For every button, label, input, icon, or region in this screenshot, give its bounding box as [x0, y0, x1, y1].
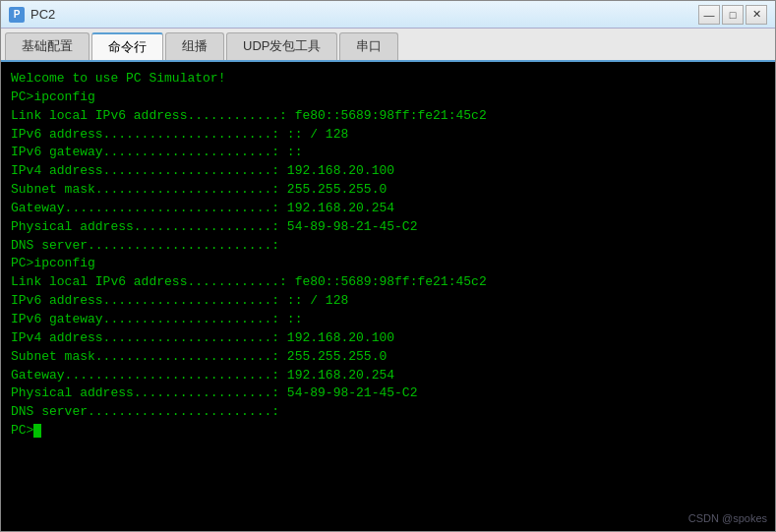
terminal-line: Subnet mask.......................: 255.… — [11, 348, 765, 367]
terminal-area[interactable]: Welcome to use PC Simulator!PC>ipconfigL… — [1, 62, 775, 531]
watermark: CSDN @spokes — [688, 511, 767, 527]
terminal-line: IPv6 gateway......................: :: — [11, 144, 765, 162]
tab-basic-config[interactable]: 基础配置 — [5, 32, 90, 60]
terminal-line: Physical address..................: 54-8… — [11, 384, 765, 403]
tab-command-line[interactable]: 命令行 — [91, 32, 163, 60]
terminal-line: PC>ipconfig — [11, 255, 765, 273]
tab-udp-tool[interactable]: UDP发包工具 — [226, 32, 337, 60]
title-bar-left: P PC2 — [9, 7, 55, 23]
title-bar: P PC2 — □ ✕ — [1, 1, 775, 29]
tab-serial[interactable]: 串口 — [339, 32, 398, 60]
terminal-line: Gateway...........................: 192.… — [11, 367, 765, 385]
terminal-line: DNS server........................: — [11, 237, 765, 256]
terminal-line: Link local IPv6 address............: fe8… — [11, 107, 765, 126]
terminal-line: IPv6 address......................: :: /… — [11, 126, 765, 145]
terminal-line: Physical address..................: 54-8… — [11, 218, 765, 237]
window-controls: — □ ✕ — [698, 5, 767, 25]
window: P PC2 — □ ✕ 基础配置 命令行 组播 UDP发包工具 串口 Welco… — [0, 0, 776, 532]
terminal-line: PC>ipconfig — [11, 89, 765, 107]
terminal-line: IPv4 address......................: 192.… — [11, 329, 765, 348]
app-icon: P — [9, 7, 25, 23]
close-button[interactable]: ✕ — [746, 5, 767, 25]
terminal-line: Link local IPv6 address............: fe8… — [11, 273, 765, 292]
terminal-line: DNS server........................: — [11, 403, 765, 422]
terminal-line: IPv4 address......................: 192.… — [11, 162, 765, 181]
restore-button[interactable]: □ — [722, 5, 744, 25]
window-title: PC2 — [30, 7, 55, 22]
terminal-line: PC> — [11, 422, 765, 441]
terminal-line: Subnet mask.......................: 255.… — [11, 181, 765, 200]
tab-multicast[interactable]: 组播 — [165, 32, 224, 60]
terminal-line: Welcome to use PC Simulator! — [11, 70, 765, 89]
tab-bar: 基础配置 命令行 组播 UDP发包工具 串口 — [1, 29, 775, 62]
minimize-button[interactable]: — — [698, 5, 720, 25]
terminal-line: IPv6 address......................: :: /… — [11, 292, 765, 311]
terminal-line: IPv6 gateway......................: :: — [11, 311, 765, 329]
terminal-line: Gateway...........................: 192.… — [11, 200, 765, 218]
terminal-cursor — [33, 424, 41, 438]
